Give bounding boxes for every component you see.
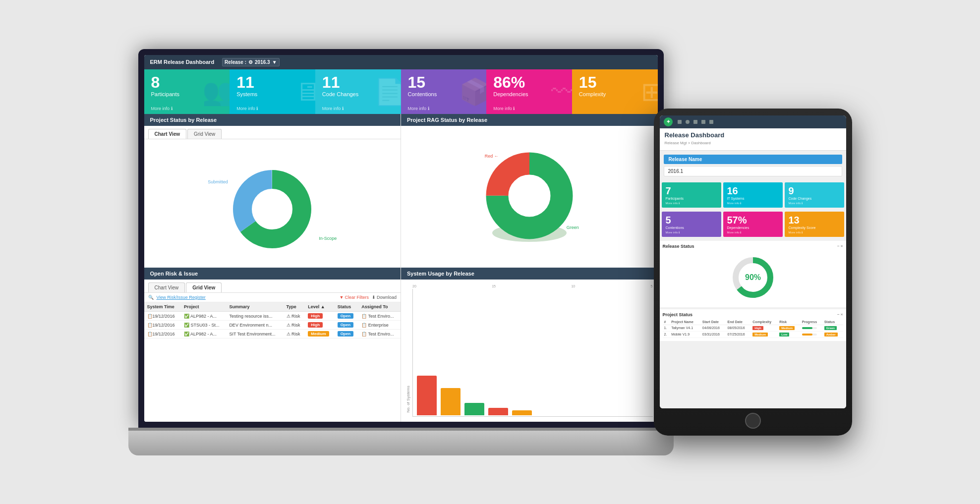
- metric-more-info-2[interactable]: More info ℹ: [322, 106, 344, 111]
- view-risk-link[interactable]: View Risk/Issue Register: [157, 295, 206, 300]
- laptop: ERM Release Dashboard Release : ⚙ 2016.3…: [128, 49, 674, 455]
- y-axis-label: No. of Systems: [406, 284, 410, 413]
- t-metric-more-r1-2[interactable]: More info ℹ: [789, 201, 840, 205]
- tablet-ps-title: Project Status − ×: [663, 312, 843, 317]
- tab-risk-chart[interactable]: Chart View: [148, 282, 185, 292]
- rag-status-header: Project RAG Status by Release: [401, 114, 658, 126]
- ps-col-status: Status: [823, 319, 843, 325]
- ps-controls[interactable]: − ×: [837, 312, 843, 317]
- risk-summary-0: Testing resource iss...: [226, 312, 283, 321]
- bar-col-1: [441, 388, 461, 416]
- t-ps-risk-0: Medium: [778, 325, 800, 331]
- t-ps-name-1: Mobile V1.9: [670, 331, 701, 337]
- rag-status-panel: Project RAG Status by Release: [401, 114, 658, 268]
- t-ps-complexity-0: High: [751, 325, 778, 331]
- nav-icon-settings[interactable]: [693, 120, 697, 124]
- tab-risk-grid[interactable]: Grid View: [186, 282, 222, 292]
- tablet-home-button[interactable]: [745, 413, 761, 429]
- risk-level-0: High: [305, 312, 334, 321]
- nav-icon-menu[interactable]: [709, 120, 713, 124]
- nav-icon-link[interactable]: [701, 120, 705, 124]
- svg-point-6: [509, 175, 550, 217]
- project-status-title: Project Status by Release: [150, 117, 217, 123]
- project-status-panel: Project Status by Release Chart View Gri…: [144, 114, 401, 268]
- metric-label-5: Complexity: [579, 91, 651, 97]
- t-ps-status-0: Green: [823, 325, 843, 331]
- tablet-project-status: Project Status − × # Project Name Start …: [660, 309, 846, 341]
- metric-card-1: 11 Systems More info ℹ 🖥: [230, 69, 315, 114]
- risk-tabs: Chart View Grid View: [144, 280, 401, 293]
- metric-value-5: 15: [579, 74, 651, 90]
- donut-percentage: 90%: [745, 273, 760, 281]
- release-name-input[interactable]: 2016.1: [664, 166, 842, 176]
- metric-card-4: 86% Dependencies More info ℹ 〰: [486, 69, 572, 114]
- risk-level-2: Medium: [305, 330, 334, 338]
- release-status-controls[interactable]: − ×: [837, 244, 843, 249]
- tablet-ps-header-row: # Project Name Start Date End Date Compl…: [663, 319, 843, 325]
- bar-chart-inner: No. of Systems 2015105: [406, 284, 653, 417]
- tab-chart-view[interactable]: Chart View: [148, 129, 187, 139]
- clear-filters-button[interactable]: ▼ Clear Filters: [340, 295, 369, 300]
- t-ps-name-0: Tallyman V4.1: [670, 325, 701, 331]
- risk-summary-2: SIT Test Environment...: [226, 330, 283, 338]
- tab-grid-view[interactable]: Grid View: [187, 129, 222, 139]
- ps-col-name: Project Name: [670, 319, 701, 325]
- tablet-ps-tbody: 1. Tallyman V4.1 04/06/2016 08/05/2016 H…: [663, 325, 843, 337]
- risk-type-1: ⚠ Risk: [284, 321, 305, 330]
- t-ps-progress-1: [801, 331, 823, 337]
- risk-project-0: ✅ ALP982 - A...: [181, 312, 226, 321]
- tablet-metric-r2-2: 13 Complexity Score More info ℹ: [785, 212, 844, 237]
- tablet-metric-r1-0: 7 Participants More info ℹ: [662, 182, 721, 208]
- tablet-ps-row-1: 2. Mobile V1.9 03/31/2016 07/25/2016 Med…: [663, 331, 843, 337]
- tablet-metrics-row2: 5 Contentions More info ℹ 57% Dependenci…: [660, 210, 846, 239]
- nav-icon-home[interactable]: [678, 120, 682, 124]
- risk-table-header-row: System Time Project Summary Type Level ▲…: [144, 302, 401, 312]
- t-metric-val-r2-2: 13: [789, 215, 840, 226]
- t-metric-val-r1-2: 9: [789, 185, 840, 197]
- risk-issue-panel: Open Risk & Issue Chart View Grid View 🔍…: [144, 268, 401, 422]
- risk-row-0: 📋19/12/2016 ✅ ALP982 - A... Testing reso…: [144, 312, 401, 321]
- metric-more-info-1[interactable]: More info ℹ: [236, 106, 258, 111]
- release-selector[interactable]: Release : ⚙ 2016.3 ▼: [222, 58, 279, 66]
- download-button[interactable]: ⬇ Download: [372, 295, 397, 300]
- tablet-metric-r1-1: 16 IT Systems More info ℹ: [723, 182, 783, 208]
- system-usage-header: System Usage by Release: [401, 268, 658, 280]
- project-status-chart: Submitted In-Scope: [144, 139, 401, 268]
- metric-card-3: 15 Contentions More info ℹ 📦: [401, 69, 487, 114]
- metric-more-info-0[interactable]: More info ℹ: [151, 106, 173, 111]
- t-ps-risk-1: Low: [778, 331, 800, 337]
- system-usage-body: No. of Systems 2015105: [401, 280, 658, 422]
- t-metric-more-r1-0[interactable]: More info ℹ: [666, 201, 717, 205]
- risk-row-2: 📋19/12/2016 ✅ ALP982 - A... SIT Test Env…: [144, 330, 401, 338]
- t-metric-more-r1-1[interactable]: More info ℹ: [727, 201, 779, 205]
- submitted-label: Submitted: [208, 179, 228, 184]
- t-metric-more-r2-2[interactable]: More info ℹ: [789, 230, 840, 234]
- tablet-metric-r1-2: 9 Code Changes More info ℹ: [785, 182, 844, 208]
- metric-more-info-3[interactable]: More info ℹ: [408, 106, 429, 111]
- dashboard-bottom: Project Status by Release Chart View Gri…: [144, 114, 658, 422]
- t-metric-lbl-r1-2: Code Changes: [789, 197, 840, 200]
- risk-project-1: ✅ STSU03 - St...: [181, 321, 226, 330]
- y-values: 2015105: [412, 284, 653, 288]
- metric-icon-1: 🖥: [294, 77, 315, 107]
- nav-icon-circle[interactable]: [686, 120, 690, 124]
- t-metric-more-r2-1[interactable]: More info ℹ: [727, 230, 779, 234]
- ps-col-risk: Risk: [778, 319, 800, 325]
- rag-status-title: Project RAG Status by Release: [407, 117, 487, 123]
- release-value: 2016.3: [255, 59, 270, 65]
- chevron-down-icon: ▼: [272, 59, 277, 65]
- metric-more-info-4[interactable]: More info ℹ: [493, 106, 515, 111]
- col-level: Level ▲: [305, 302, 334, 312]
- t-metric-val-r1-1: 16: [727, 185, 779, 197]
- risk-type-0: ⚠ Risk: [284, 312, 305, 321]
- tablet-metric-r2-0: 5 Contentions More info ℹ: [662, 212, 721, 237]
- t-metric-lbl-r2-2: Complexity Score: [789, 226, 840, 229]
- system-usage-panel: System Usage by Release No. of Systems 2…: [401, 268, 658, 422]
- t-metric-lbl-r2-1: Dependencies: [727, 226, 779, 229]
- ps-col-progress: Progress: [801, 319, 823, 325]
- bar-0: [417, 376, 437, 415]
- risk-type-2: ⚠ Risk: [284, 330, 305, 338]
- t-metric-val-r1-0: 7: [666, 185, 717, 197]
- t-metric-more-r2-0[interactable]: More info ℹ: [666, 230, 717, 234]
- metric-icon-4: 〰: [551, 77, 572, 107]
